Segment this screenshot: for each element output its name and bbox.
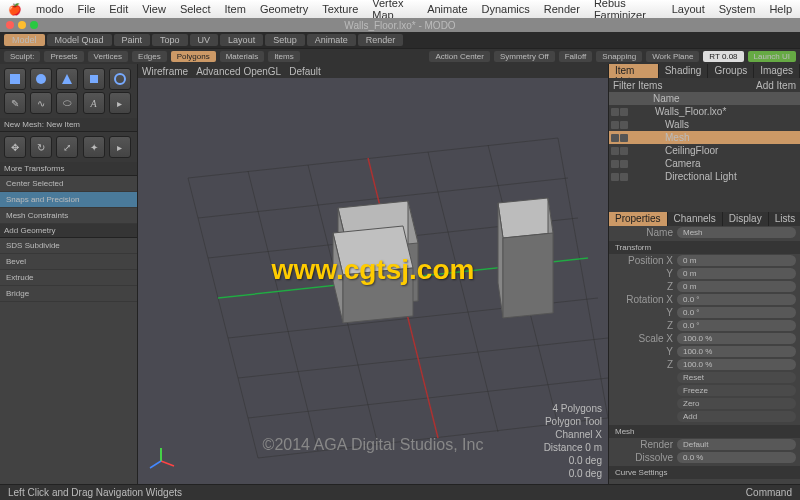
tab-topo[interactable]: Topo	[152, 34, 188, 46]
snapping-toggle[interactable]: Snapping	[596, 51, 642, 62]
rot-z-field[interactable]: 0.0 °	[677, 320, 796, 331]
tube-tool[interactable]: ⬭	[56, 92, 78, 114]
curve-tool[interactable]: ∿	[30, 92, 52, 114]
dissolve-field[interactable]: 0.0 %	[677, 452, 796, 463]
pos-x-field[interactable]: 0 m	[677, 255, 796, 266]
sphere-tool[interactable]	[30, 68, 52, 90]
more-transform-tool[interactable]: ▸	[109, 136, 131, 158]
text-tool[interactable]: A	[83, 92, 105, 114]
add-item-button[interactable]: Add Item	[756, 80, 796, 91]
minimize-icon[interactable]	[18, 21, 26, 29]
tab-render[interactable]: Render	[358, 34, 404, 46]
tab-paint[interactable]: Paint	[114, 34, 151, 46]
pos-y-field[interactable]: 0 m	[677, 268, 796, 279]
launch-ui-button[interactable]: Launch UI	[748, 51, 796, 62]
scl-x-field[interactable]: 100.0 %	[677, 333, 796, 344]
more-transforms-header[interactable]: More Transforms	[0, 162, 137, 176]
scale-tool[interactable]: ⤢	[56, 136, 78, 158]
vertices-mode[interactable]: Vertices	[88, 51, 128, 62]
tab-display[interactable]: Display	[723, 212, 769, 226]
3d-viewport[interactable]: Wireframe Advanced OpenGL Default	[138, 64, 608, 484]
render-field[interactable]: Default	[677, 439, 796, 450]
more-tool[interactable]: ▸	[109, 92, 131, 114]
menu-edit[interactable]: Edit	[109, 3, 128, 15]
menu-file[interactable]: File	[78, 3, 96, 15]
menu-help[interactable]: Help	[769, 3, 792, 15]
sds-subdivide[interactable]: SDS Subdivide	[0, 238, 137, 254]
tab-setup[interactable]: Setup	[265, 34, 305, 46]
vp-advanced[interactable]: Advanced OpenGL	[196, 66, 281, 77]
eye-icon[interactable]	[611, 160, 619, 168]
tab-channels[interactable]: Channels	[668, 212, 723, 226]
cube-tool[interactable]	[4, 68, 26, 90]
close-icon[interactable]	[6, 21, 14, 29]
symmetry-toggle[interactable]: Symmetry Off	[494, 51, 555, 62]
tree-row-mesh[interactable]: Mesh	[609, 131, 800, 144]
rot-x-field[interactable]: 0.0 °	[677, 294, 796, 305]
new-mesh-header[interactable]: New Mesh: New Item	[0, 118, 137, 132]
menu-modo[interactable]: modo	[36, 3, 64, 15]
menu-item[interactable]: Item	[224, 3, 245, 15]
bridge-tool[interactable]: Bridge	[0, 286, 137, 302]
eye-icon[interactable]	[611, 121, 619, 129]
tab-properties[interactable]: Properties	[609, 212, 668, 226]
zero-button[interactable]: Zero	[677, 398, 796, 409]
menu-layout[interactable]: Layout	[672, 3, 705, 15]
tab-groups[interactable]: Groups	[708, 64, 754, 78]
checkbox-icon[interactable]	[620, 134, 628, 142]
freeze-button[interactable]: Freeze	[677, 385, 796, 396]
eye-icon[interactable]	[611, 147, 619, 155]
vp-shading[interactable]: Wireframe	[142, 66, 188, 77]
extrude-tool[interactable]: Extrude	[0, 270, 137, 286]
reset-button[interactable]: Reset	[677, 372, 796, 383]
tree-row-walls[interactable]: Walls	[609, 118, 800, 131]
tab-uv[interactable]: UV	[190, 34, 219, 46]
transform-tool[interactable]: ✦	[83, 136, 105, 158]
menu-select[interactable]: Select	[180, 3, 211, 15]
eye-icon[interactable]	[611, 108, 619, 116]
move-tool[interactable]: ✥	[4, 136, 26, 158]
menu-render[interactable]: Render	[544, 3, 580, 15]
rotate-tool[interactable]: ↻	[30, 136, 52, 158]
mesh-header[interactable]: Mesh	[609, 425, 800, 438]
torus-tool[interactable]	[109, 68, 131, 90]
tab-model[interactable]: Model	[4, 34, 45, 46]
transform-header[interactable]: Transform	[609, 241, 800, 254]
mesh-constraints[interactable]: Mesh Constraints	[0, 208, 137, 224]
scl-y-field[interactable]: 100.0 %	[677, 346, 796, 357]
axis-gizmo-icon[interactable]	[146, 446, 176, 476]
renderer-label[interactable]: RT 0.08	[703, 51, 743, 62]
tab-animate[interactable]: Animate	[307, 34, 356, 46]
tree-row-light[interactable]: Directional Light	[609, 170, 800, 183]
eye-icon[interactable]	[611, 134, 619, 142]
presets-button[interactable]: Presets	[44, 51, 83, 62]
vp-default[interactable]: Default	[289, 66, 321, 77]
polygons-mode[interactable]: Polygons	[171, 51, 216, 62]
checkbox-icon[interactable]	[620, 147, 628, 155]
materials-mode[interactable]: Materials	[220, 51, 264, 62]
cone-tool[interactable]	[56, 68, 78, 90]
checkbox-icon[interactable]	[620, 160, 628, 168]
snaps-precision[interactable]: Snaps and Precision	[0, 192, 137, 208]
tab-shading[interactable]: Shading	[659, 64, 709, 78]
tab-modelquad[interactable]: Model Quad	[47, 34, 112, 46]
menu-animate[interactable]: Animate	[427, 3, 467, 15]
apple-icon[interactable]: 🍎	[8, 3, 22, 16]
pos-z-field[interactable]: 0 m	[677, 281, 796, 292]
cylinder-tool[interactable]	[83, 68, 105, 90]
add-button[interactable]: Add	[677, 411, 796, 422]
tab-lists[interactable]: Lists	[769, 212, 800, 226]
checkbox-icon[interactable]	[620, 173, 628, 181]
tree-row-scene[interactable]: Walls_Floor.lxo*	[609, 105, 800, 118]
center-selected[interactable]: Center Selected	[0, 176, 137, 192]
tree-row-ceiling[interactable]: CeilingFloor	[609, 144, 800, 157]
filter-items[interactable]: Filter Items	[613, 80, 662, 91]
tab-images[interactable]: Images	[754, 64, 800, 78]
workplane-button[interactable]: Work Plane	[646, 51, 699, 62]
bevel-tool[interactable]: Bevel	[0, 254, 137, 270]
menu-dynamics[interactable]: Dynamics	[482, 3, 530, 15]
add-geometry-header[interactable]: Add Geometry	[0, 224, 137, 238]
action-center[interactable]: Action Center	[429, 51, 489, 62]
menu-system[interactable]: System	[719, 3, 756, 15]
eye-icon[interactable]	[611, 173, 619, 181]
